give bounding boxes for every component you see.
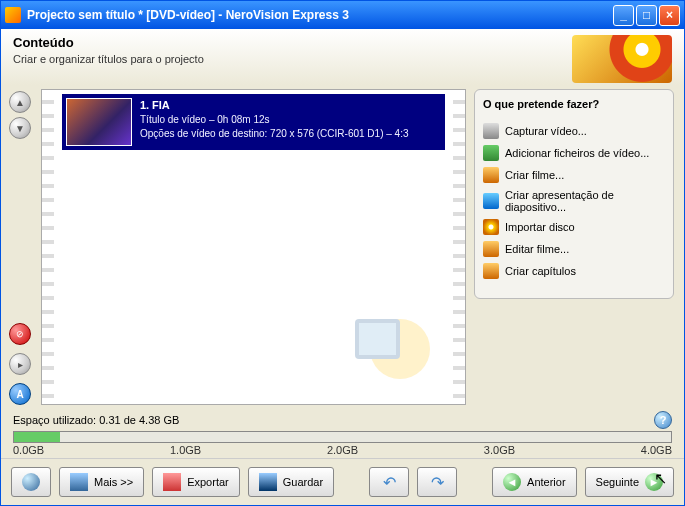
arrow-left-icon: ◄ bbox=[503, 473, 521, 491]
tick-label: 1.0GB bbox=[170, 444, 201, 456]
button-label: Mais >> bbox=[94, 476, 133, 488]
action-label: Criar capítulos bbox=[505, 265, 576, 277]
close-button[interactable]: × bbox=[659, 5, 680, 26]
action-create-chapters[interactable]: Criar capítulos bbox=[483, 260, 665, 282]
action-label: Editar filme... bbox=[505, 243, 569, 255]
action-label: Capturar vídeo... bbox=[505, 125, 587, 137]
window-title: Projecto sem título * [DVD-vídeo] - Nero… bbox=[27, 8, 611, 22]
undo-icon: ↶ bbox=[380, 473, 398, 491]
more-button[interactable]: Mais >> bbox=[59, 467, 144, 497]
actions-heading: O que pretende fazer? bbox=[483, 98, 665, 110]
info-button[interactable]: A bbox=[9, 383, 31, 405]
filmstrip-decor bbox=[42, 90, 54, 404]
disc-icon bbox=[483, 219, 499, 235]
page-header: Conteúdo Criar e organizar títulos para … bbox=[1, 29, 684, 85]
camera-icon bbox=[483, 123, 499, 139]
next-button[interactable]: Seguinte► bbox=[585, 467, 674, 497]
help-icon bbox=[22, 473, 40, 491]
export-icon bbox=[163, 473, 181, 491]
button-label: Seguinte bbox=[596, 476, 639, 488]
slideshow-icon bbox=[483, 193, 499, 209]
tick-label: 2.0GB bbox=[327, 444, 358, 456]
button-label: Exportar bbox=[187, 476, 229, 488]
help-icon[interactable]: ? bbox=[654, 411, 672, 429]
help-button[interactable] bbox=[11, 467, 51, 497]
action-label: Importar disco bbox=[505, 221, 575, 233]
film-icon bbox=[483, 167, 499, 183]
page-title: Conteúdo bbox=[13, 35, 572, 50]
space-used-label: Espaço utilizado: 0.31 de 4.38 GB bbox=[13, 414, 179, 426]
svg-rect-2 bbox=[359, 323, 396, 355]
save-icon bbox=[259, 473, 277, 491]
space-used-bar bbox=[13, 431, 672, 443]
title-video-options: Opções de vídeo de destino: 720 x 576 (C… bbox=[140, 127, 409, 141]
page-subtitle: Criar e organizar títulos para o project… bbox=[13, 53, 572, 65]
filmstrip-decor bbox=[453, 90, 465, 404]
action-make-movie[interactable]: Criar filme... bbox=[483, 164, 665, 186]
export-button[interactable]: Exportar bbox=[152, 467, 240, 497]
button-label: Anterior bbox=[527, 476, 566, 488]
tick-label: 3.0GB bbox=[484, 444, 515, 456]
dvd-watermark-icon bbox=[335, 304, 435, 384]
undo-button[interactable]: ↶ bbox=[369, 467, 409, 497]
app-icon bbox=[5, 7, 21, 23]
preview-button[interactable]: ▸ bbox=[9, 353, 31, 375]
title-index: 1. bbox=[140, 99, 149, 111]
action-label: Criar filme... bbox=[505, 169, 564, 181]
edit-icon bbox=[483, 241, 499, 257]
title-duration: Título de vídeo – 0h 08m 12s bbox=[140, 113, 409, 127]
title-thumbnail bbox=[66, 98, 132, 146]
action-capture-video[interactable]: Capturar vídeo... bbox=[483, 120, 665, 142]
space-ticks: 0.0GB 1.0GB 2.0GB 3.0GB 4.0GB bbox=[13, 444, 672, 456]
tick-label: 4.0GB bbox=[641, 444, 672, 456]
tick-label: 0.0GB bbox=[13, 444, 44, 456]
minimize-button[interactable]: _ bbox=[613, 5, 634, 26]
more-icon bbox=[70, 473, 88, 491]
chapters-icon bbox=[483, 263, 499, 279]
action-import-disc[interactable]: Importar disco bbox=[483, 216, 665, 238]
action-slideshow[interactable]: Criar apresentação de diapositivo... bbox=[483, 186, 665, 216]
move-down-button[interactable]: ▼ bbox=[9, 117, 31, 139]
save-button[interactable]: Guardar bbox=[248, 467, 334, 497]
arrow-right-icon: ► bbox=[645, 473, 663, 491]
titlebar[interactable]: Projecto sem título * [DVD-vídeo] - Nero… bbox=[1, 1, 684, 29]
maximize-button[interactable]: □ bbox=[636, 5, 657, 26]
title-list[interactable]: 1. FIA Título de vídeo – 0h 08m 12s Opçõ… bbox=[41, 89, 466, 405]
redo-icon: ↷ bbox=[428, 473, 446, 491]
action-edit-movie[interactable]: Editar filme... bbox=[483, 238, 665, 260]
actions-panel: O que pretende fazer? Capturar vídeo... … bbox=[474, 89, 674, 299]
title-item[interactable]: 1. FIA Título de vídeo – 0h 08m 12s Opçõ… bbox=[62, 94, 445, 150]
delete-button[interactable]: ⊘ bbox=[9, 323, 31, 345]
title-name: FIA bbox=[152, 99, 170, 111]
action-label: Adicionar ficheiros de vídeo... bbox=[505, 147, 649, 159]
add-file-icon bbox=[483, 145, 499, 161]
button-label: Guardar bbox=[283, 476, 323, 488]
redo-button[interactable]: ↷ bbox=[417, 467, 457, 497]
action-add-video-files[interactable]: Adicionar ficheiros de vídeo... bbox=[483, 142, 665, 164]
back-button[interactable]: ◄Anterior bbox=[492, 467, 577, 497]
move-up-button[interactable]: ▲ bbox=[9, 91, 31, 113]
action-label: Criar apresentação de diapositivo... bbox=[505, 189, 665, 213]
header-art-icon bbox=[572, 35, 672, 83]
